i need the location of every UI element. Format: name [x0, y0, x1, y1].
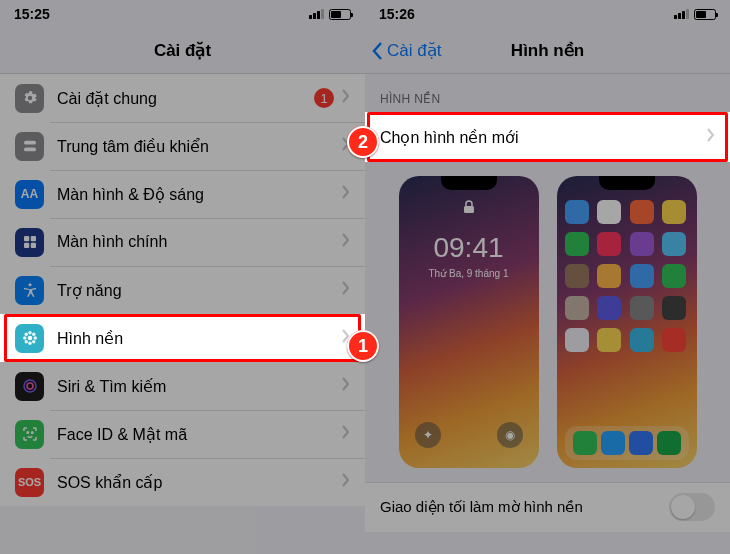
app-icon [630, 232, 654, 256]
chevron-right-icon [707, 128, 715, 146]
flower-icon [15, 324, 44, 353]
lock-icon [463, 200, 475, 218]
row-label: Siri & Tìm kiếm [57, 377, 342, 396]
nav-bar: Cài đặt [0, 28, 365, 74]
chevron-right-icon [342, 89, 350, 107]
row-label: Giao diện tối làm mờ hình nền [380, 498, 583, 516]
app-icon [630, 296, 654, 320]
row-choose-wallpaper-highlighted: Chọn hình nền mới [365, 112, 730, 162]
row-label: Face ID & Mật mã [57, 425, 342, 444]
app-icon [597, 264, 621, 288]
app-icon [630, 200, 654, 224]
lock-screen-preview[interactable]: 09:41 Thứ Ba, 9 tháng 1 ✦ ◉ [399, 176, 539, 468]
gear-icon [15, 84, 44, 113]
row-wallpaper-highlighted: Hình nền [0, 314, 365, 362]
svg-rect-1 [24, 148, 36, 152]
accessibility-icon [15, 276, 44, 305]
lock-time: 09:41 [399, 232, 539, 264]
app-icon [662, 232, 686, 256]
row-display[interactable]: AA Màn hình & Độ sáng [0, 170, 365, 218]
svg-point-10 [23, 336, 26, 339]
svg-rect-20 [464, 206, 474, 213]
battery-icon [694, 9, 716, 20]
notch [599, 176, 655, 190]
app-icon [565, 200, 589, 224]
app-icon [662, 328, 686, 352]
back-button[interactable]: Cài đặt [371, 28, 441, 73]
dock-app-icon [601, 431, 625, 455]
svg-point-12 [24, 333, 27, 336]
app-icon [630, 264, 654, 288]
app-icon [662, 200, 686, 224]
battery-icon [329, 9, 351, 20]
settings-list-2: Siri & Tìm kiếm Face ID & Mật mã SOS SOS… [0, 362, 365, 506]
face-id-icon [15, 420, 44, 449]
cell-signal-icon [309, 9, 324, 19]
dock-app-icon [657, 431, 681, 455]
text-size-icon: AA [15, 180, 44, 209]
chevron-right-icon [342, 281, 350, 299]
svg-point-19 [31, 432, 33, 434]
app-icon [662, 264, 686, 288]
app-icon [597, 232, 621, 256]
svg-rect-3 [30, 236, 35, 241]
dock-app-icon [573, 431, 597, 455]
wallpaper-preview: 09:41 Thứ Ba, 9 tháng 1 ✦ ◉ [365, 162, 730, 482]
row-home-screen[interactable]: Màn hình chính [0, 218, 365, 266]
svg-point-11 [33, 336, 36, 339]
row-label: Chọn hình nền mới [380, 128, 707, 147]
notification-badge: 1 [314, 88, 334, 108]
svg-rect-5 [30, 243, 35, 248]
chevron-right-icon [342, 377, 350, 395]
cell-signal-icon [674, 9, 689, 19]
sos-icon: SOS [15, 468, 44, 497]
chevron-right-icon [342, 233, 350, 251]
app-icon [597, 296, 621, 320]
section-header: HÌNH NỀN [365, 74, 730, 112]
app-icon [565, 264, 589, 288]
status-right [309, 9, 351, 20]
row-wallpaper[interactable]: Hình nền [0, 314, 365, 362]
page-title: Hình nền [511, 40, 584, 61]
nav-bar: Cài đặt Hình nền [365, 28, 730, 74]
row-label: Màn hình chính [57, 233, 342, 251]
svg-point-14 [24, 340, 27, 343]
lock-date: Thứ Ba, 9 tháng 1 [399, 268, 539, 279]
row-sos[interactable]: SOS SOS khẩn cấp [0, 458, 365, 506]
dock [565, 426, 689, 460]
row-faceid[interactable]: Face ID & Mật mã [0, 410, 365, 458]
page-title: Cài đặt [154, 40, 211, 61]
app-icon [597, 328, 621, 352]
app-icon [597, 200, 621, 224]
svg-point-9 [28, 342, 31, 345]
app-icon [565, 232, 589, 256]
dock-app-icon [629, 431, 653, 455]
app-icon [662, 296, 686, 320]
flashlight-icon: ✦ [415, 422, 441, 448]
back-label: Cài đặt [387, 40, 441, 61]
app-icon [565, 296, 589, 320]
dark-dim-switch[interactable] [669, 493, 715, 521]
row-choose-wallpaper[interactable]: Chọn hình nền mới [365, 112, 730, 162]
status-time: 15:26 [379, 6, 415, 22]
chevron-right-icon [342, 425, 350, 443]
wallpaper-pane: 15:26 Cài đặt Hình nền HÌNH NỀN Chọn hìn… [365, 0, 730, 554]
grid-icon [15, 228, 44, 257]
row-siri[interactable]: Siri & Tìm kiếm [0, 362, 365, 410]
switches-icon [15, 132, 44, 161]
svg-point-8 [28, 331, 31, 334]
row-control-center[interactable]: Trung tâm điều khiển [0, 122, 365, 170]
row-accessibility[interactable]: Trợ năng [0, 266, 365, 314]
settings-list: Cài đặt chung 1 Trung tâm điều khiển AA … [0, 74, 365, 314]
app-icon [565, 328, 589, 352]
notch [441, 176, 497, 190]
svg-rect-0 [24, 141, 36, 145]
siri-icon [15, 372, 44, 401]
svg-rect-4 [24, 243, 29, 248]
svg-point-16 [24, 380, 36, 392]
row-label: Trợ năng [57, 281, 342, 300]
svg-point-13 [32, 333, 35, 336]
home-screen-preview[interactable] [557, 176, 697, 468]
row-general[interactable]: Cài đặt chung 1 [0, 74, 365, 122]
chevron-right-icon [342, 473, 350, 491]
